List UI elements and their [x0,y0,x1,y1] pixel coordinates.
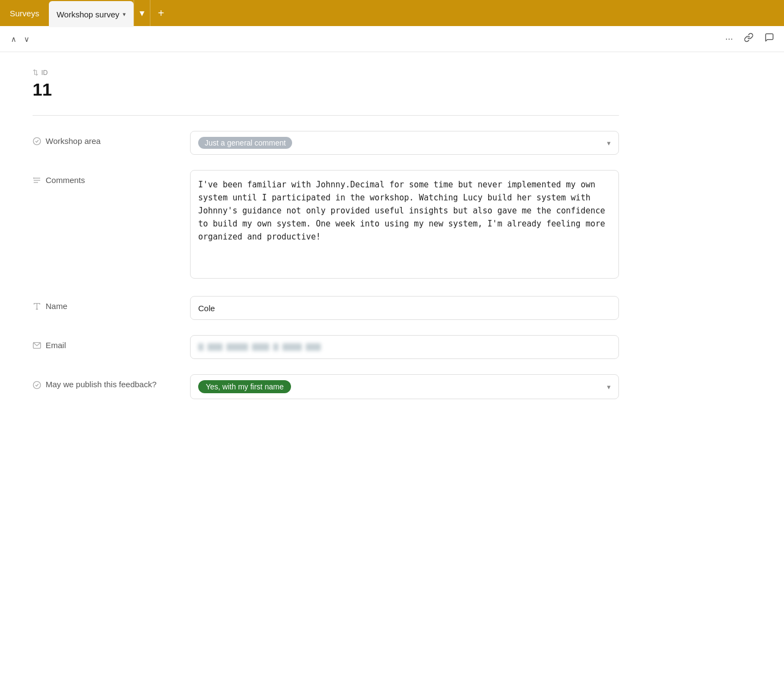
name-field[interactable] [190,296,619,320]
comments-row: Comments I've been familiar with Johnny.… [33,170,619,281]
email-field [190,335,619,359]
text-field-icon [33,302,41,312]
comment-icon[interactable] [763,32,775,46]
id-label-row: ⇅ ID [33,68,619,77]
email-blur-5 [273,343,279,351]
email-label-cell: Email [33,335,174,351]
comments-textarea[interactable]: I've been familiar with Johnny.Decimal f… [190,170,619,279]
workshop-area-label-cell: Workshop area [33,131,174,147]
sort-icon: ⇅ [33,68,39,77]
comments-label: Comments [46,175,85,185]
topbar-dropdown-btn[interactable]: ▾ [134,0,150,26]
publish-circle-icon [33,381,41,391]
nav-controls: ∧ ∨ [9,34,31,45]
main-content: ⇅ ID 11 Workshop area Just a general com… [0,52,652,436]
email-blur-4 [252,343,269,351]
subtoolbar: ∧ ∨ ··· [0,26,784,52]
email-icon [33,341,41,351]
circle-check-icon [33,137,41,147]
publish-label: May we publish this feedback? [46,380,156,389]
svg-point-8 [33,381,40,388]
toolbar-actions: ··· [724,32,775,46]
id-label: ID [41,69,48,77]
topbar-add-btn[interactable]: + [150,0,172,26]
tab-label: Workshop survey [56,10,119,19]
email-blur-1 [198,343,204,351]
text-icon [33,176,41,186]
id-value: 11 [33,80,619,100]
publish-dropdown[interactable]: Yes, with my first name ▾ [190,374,619,399]
nav-down-btn[interactable]: ∨ [22,34,31,45]
publish-badge: Yes, with my first name [198,380,291,393]
name-label: Name [46,301,67,311]
name-row: Name [33,296,619,320]
more-options-icon[interactable]: ··· [724,33,734,46]
email-display [190,335,619,359]
workshop-area-field: Just a general comment ▾ [190,131,619,155]
id-section: ⇅ ID 11 [33,68,619,100]
link-icon[interactable] [743,32,755,46]
email-label: Email [46,341,66,350]
svg-point-0 [33,137,40,144]
workshop-area-chevron-icon: ▾ [607,139,611,147]
name-input[interactable] [190,296,619,320]
workshop-area-badge: Just a general comment [198,137,292,149]
publish-field: Yes, with my first name ▾ [190,374,619,399]
name-label-cell: Name [33,296,174,312]
workshop-survey-tab[interactable]: Workshop survey ▾ [49,1,134,27]
publish-row: May we publish this feedback? Yes, with … [33,374,619,399]
email-blur-2 [207,343,223,351]
workshop-area-row: Workshop area Just a general comment ▾ [33,131,619,155]
workshop-area-dropdown[interactable]: Just a general comment ▾ [190,131,619,155]
nav-up-btn[interactable]: ∧ [9,34,18,45]
divider [33,115,619,116]
email-blur-7 [306,343,321,351]
email-blur-6 [282,343,302,351]
comments-label-cell: Comments [33,170,174,186]
email-blur-3 [226,343,248,351]
topbar: Surveys Workshop survey ▾ ▾ + [0,0,784,26]
email-row: Email [33,335,619,359]
workshop-area-label: Workshop area [46,136,100,146]
publish-chevron-icon: ▾ [607,383,611,391]
publish-label-cell: May we publish this feedback? [33,374,174,391]
surveys-nav[interactable]: Surveys [0,0,49,26]
tab-chevron-icon[interactable]: ▾ [123,11,126,18]
comments-field[interactable]: I've been familiar with Johnny.Decimal f… [190,170,619,281]
